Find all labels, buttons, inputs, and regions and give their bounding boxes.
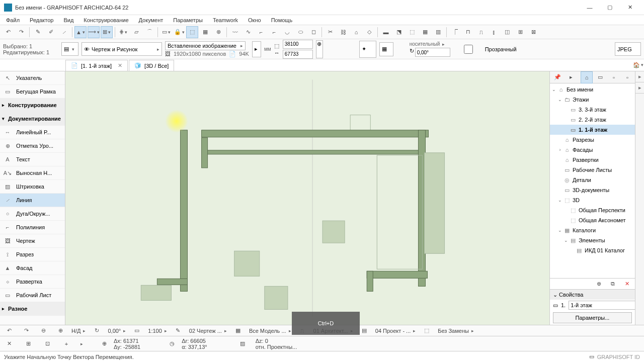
tool-dimension[interactable]: ↔Линейный Р... (0, 126, 65, 139)
mod1-icon[interactable]: ✂ (324, 26, 336, 38)
group-document[interactable]: Документирование (0, 112, 65, 126)
trace-icon[interactable]: ▦ (199, 26, 211, 38)
trace2-icon[interactable]: ⊗ (212, 26, 224, 38)
mod2-icon[interactable]: ⛓ (337, 26, 349, 38)
nav-arrow-icon[interactable]: ▸ (565, 71, 577, 83)
pick-icon[interactable]: ✎ (32, 26, 44, 38)
nav-dup-icon[interactable]: ⧉ (607, 278, 619, 290)
menu-construct[interactable]: Конструирование (79, 16, 132, 24)
arrow-mode-icon[interactable]: ▲▾ (74, 26, 87, 38)
group-construct[interactable]: Конструирование (0, 99, 65, 112)
tab-floor1[interactable]: 📄 [1. 1-й этаж]✕ (65, 60, 128, 71)
status-scale[interactable]: 1:100 (148, 328, 162, 334)
zoom-prev-icon[interactable]: ↶ (3, 325, 15, 337)
suspend-icon[interactable]: ▭▾ (160, 26, 172, 38)
link-icon[interactable]: ⬚ (274, 43, 279, 49)
props-params-button[interactable]: Параметры... (553, 312, 632, 323)
tree-worksheets[interactable]: ▭Рабочие Листы (550, 165, 635, 175)
tree-story3[interactable]: ▭3. 3-й этаж (550, 105, 635, 115)
over-icon[interactable]: ⬚ (421, 325, 433, 337)
coord-lock-button[interactable]: ⊕ (316, 40, 323, 58)
coord-y-input[interactable] (283, 50, 313, 59)
status-chert[interactable]: Чертеж ... (197, 328, 222, 334)
cw-icon[interactable]: ▥ (432, 26, 444, 38)
tool-line[interactable]: ⟋Линия (0, 194, 65, 207)
status-proj[interactable]: 04 Проект - ... (375, 328, 411, 334)
side-btn2[interactable]: ▸ (635, 82, 644, 94)
tool-hatch[interactable]: ▨Штриховка (0, 180, 65, 194)
nav-layout-icon[interactable]: ▫ (608, 71, 620, 83)
obj-icon[interactable]: ◫ (501, 26, 513, 38)
profile-icon[interactable]: ⊞ (514, 26, 526, 38)
nav-project-icon[interactable]: ⌂ (581, 71, 593, 83)
tree-catalogs[interactable]: ⌄▦Каталоги (550, 225, 635, 235)
coord-snap-icon[interactable]: ⊡ (41, 338, 53, 350)
tool-worksheet[interactable]: ▭Рабочий Лист (0, 289, 65, 302)
tree-ie[interactable]: ⌂Развертки (550, 155, 635, 165)
tree-elevations[interactable]: ›⌂Фасады (550, 145, 635, 155)
nav-home-icon[interactable]: 🏠▾ (632, 59, 644, 71)
tool-section[interactable]: ⟟Разрез (0, 248, 65, 261)
tool-arc[interactable]: ○Дуга/Окруж... (0, 207, 65, 221)
nav-view-icon[interactable]: ▭ (594, 71, 606, 83)
pen-icon[interactable]: ✎ (172, 325, 184, 337)
coord-grid-icon[interactable]: ⊞ (22, 338, 34, 350)
coord-x-input[interactable] (283, 40, 313, 49)
grid-icon[interactable]: ⋕▾ (117, 26, 129, 38)
mvopt-icon[interactable]: ▦ (232, 325, 244, 337)
props-name-input[interactable] (569, 301, 642, 310)
stair-icon[interactable]: ⎍ (475, 26, 487, 38)
tab-3d[interactable]: 🧊 [3D / Все] (129, 60, 174, 71)
curve1-icon[interactable]: 〰 (229, 26, 241, 38)
menu-editor[interactable]: Редактор (26, 16, 57, 24)
curve2-icon[interactable]: ∿ (242, 26, 254, 38)
menu-window[interactable]: Окно (244, 16, 265, 24)
menu-file[interactable]: Файл (2, 16, 24, 24)
insert-dropdown[interactable]: Вставленное изображение▸ (165, 41, 246, 50)
menu-view[interactable]: Вид (59, 16, 77, 24)
anchor-grid-button[interactable]: ✦ (359, 41, 376, 58)
orient-icon[interactable]: ↻ (91, 325, 103, 337)
tool-level[interactable]: ⊕Отметка Уро... (0, 139, 65, 153)
status-angle[interactable]: 0,00° (108, 328, 121, 334)
tree-story2[interactable]: ▭2. 2-й этаж (550, 115, 635, 125)
tool-label[interactable]: A↘Выносная Н... (0, 166, 65, 180)
maximize-button[interactable]: ▢ (600, 1, 620, 15)
tree-elements[interactable]: ⌄▤Элементы (550, 235, 635, 245)
cloud-icon[interactable]: ▭ (589, 353, 594, 360)
column-icon[interactable]: ⎾ (449, 26, 461, 38)
nav-pub-icon[interactable]: ▫ (621, 71, 633, 83)
close-icon[interactable]: ✕ (118, 62, 122, 69)
tool-drawing[interactable]: 🖼Чертеж (0, 234, 65, 248)
coord-x-icon[interactable]: ✕ (3, 338, 15, 350)
shell-icon[interactable]: ⬚ (406, 26, 418, 38)
curve3-icon[interactable]: ⌐ (255, 26, 267, 38)
tree-root[interactable]: ⌄⌂Без имени (550, 84, 635, 95)
mod4-icon[interactable]: ◇ (363, 26, 375, 38)
tree-sections[interactable]: ⌂Разрезы (550, 135, 635, 145)
tree-3d[interactable]: ⌄⬚3D (550, 195, 635, 205)
undo-icon[interactable]: ↶ (2, 26, 14, 38)
angle-input[interactable] (415, 48, 450, 57)
menu-document[interactable]: Документ (135, 16, 168, 24)
curve7-icon[interactable]: ◻ (307, 26, 319, 38)
format-dropdown[interactable]: JPEG (615, 42, 641, 56)
tool-marquee[interactable]: ▭Бегущая Рамка (0, 85, 65, 99)
tree-cat-item[interactable]: ▤ИКД 01 Каталог (550, 245, 635, 255)
wall-icon[interactable]: ▬ (380, 26, 392, 38)
minimize-button[interactable]: — (580, 1, 600, 15)
tree-story1[interactable]: ▭1. 1-й этаж (550, 125, 635, 135)
show-icon[interactable]: ⬚ (186, 26, 198, 38)
scale-icon[interactable]: ▭ (131, 325, 143, 337)
gravity-icon[interactable]: ▱ (130, 26, 142, 38)
rail-icon[interactable]: ⫿ (488, 26, 500, 38)
status-02[interactable]: 02 (189, 328, 195, 334)
penset-icon[interactable]: ▤ (358, 325, 370, 337)
lock-icon[interactable]: 🔒▾ (173, 26, 185, 38)
drawing-canvas[interactable] (65, 71, 549, 325)
redo-icon[interactable]: ↷ (15, 26, 27, 38)
nav-new-icon[interactable]: ⊕ (593, 278, 605, 290)
zoom-in-icon[interactable]: ⊕ (54, 325, 66, 337)
tool-polyline[interactable]: ⌐Полилиния (0, 221, 65, 234)
status-noreplace[interactable]: Без Замены (438, 328, 469, 334)
